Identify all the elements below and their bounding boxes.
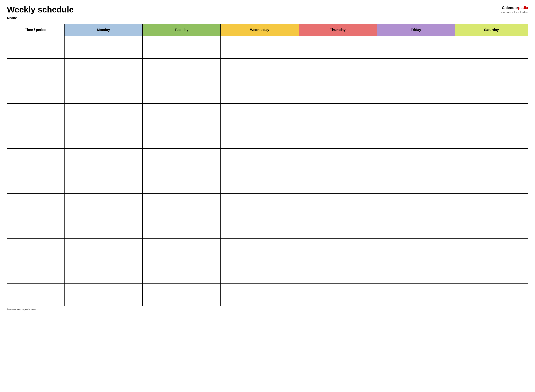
schedule-cell[interactable] <box>299 103 377 126</box>
time-cell[interactable] <box>7 238 64 261</box>
schedule-cell[interactable] <box>143 58 221 81</box>
time-cell[interactable] <box>7 261 64 283</box>
schedule-cell[interactable] <box>64 193 143 216</box>
header-tuesday: Tuesday <box>143 24 221 36</box>
schedule-cell[interactable] <box>64 126 143 149</box>
schedule-cell[interactable] <box>64 283 143 306</box>
logo-section: Calendarpedia Your source for calendars <box>501 5 528 14</box>
schedule-cell[interactable] <box>221 103 299 126</box>
schedule-cell[interactable] <box>455 149 528 171</box>
schedule-cell[interactable] <box>377 58 455 81</box>
time-cell[interactable] <box>7 126 64 149</box>
time-cell[interactable] <box>7 103 64 126</box>
schedule-cell[interactable] <box>143 149 221 171</box>
schedule-cell[interactable] <box>299 126 377 149</box>
page-title: Weekly schedule <box>7 5 74 14</box>
schedule-cell[interactable] <box>64 58 143 81</box>
schedule-cell[interactable] <box>455 193 528 216</box>
schedule-cell[interactable] <box>64 216 143 238</box>
header-wednesday: Wednesday <box>221 24 299 36</box>
schedule-cell[interactable] <box>221 126 299 149</box>
schedule-cell[interactable] <box>455 36 528 58</box>
schedule-cell[interactable] <box>143 171 221 193</box>
schedule-body <box>7 36 528 306</box>
schedule-cell[interactable] <box>377 126 455 149</box>
schedule-cell[interactable] <box>64 149 143 171</box>
time-cell[interactable] <box>7 216 64 238</box>
schedule-cell[interactable] <box>455 126 528 149</box>
schedule-cell[interactable] <box>64 261 143 283</box>
schedule-cell[interactable] <box>221 58 299 81</box>
schedule-cell[interactable] <box>221 81 299 103</box>
logo-text: Calendarpedia <box>501 5 528 10</box>
schedule-cell[interactable] <box>455 171 528 193</box>
schedule-cell[interactable] <box>143 216 221 238</box>
table-row <box>7 81 528 103</box>
time-cell[interactable] <box>7 193 64 216</box>
schedule-cell[interactable] <box>455 261 528 283</box>
schedule-cell[interactable] <box>377 149 455 171</box>
schedule-cell[interactable] <box>221 283 299 306</box>
schedule-cell[interactable] <box>64 81 143 103</box>
table-row <box>7 193 528 216</box>
schedule-cell[interactable] <box>143 81 221 103</box>
schedule-cell[interactable] <box>64 36 143 58</box>
footer-url: © www.calendarpedia.com <box>7 308 36 311</box>
table-header-row: Time / period Monday Tuesday Wednesday T… <box>7 24 528 36</box>
schedule-cell[interactable] <box>377 36 455 58</box>
schedule-cell[interactable] <box>299 36 377 58</box>
table-row <box>7 58 528 81</box>
schedule-cell[interactable] <box>377 171 455 193</box>
time-cell[interactable] <box>7 36 64 58</box>
schedule-cell[interactable] <box>299 283 377 306</box>
schedule-cell[interactable] <box>221 238 299 261</box>
time-cell[interactable] <box>7 283 64 306</box>
schedule-cell[interactable] <box>377 103 455 126</box>
time-cell[interactable] <box>7 171 64 193</box>
schedule-cell[interactable] <box>143 193 221 216</box>
schedule-cell[interactable] <box>64 171 143 193</box>
schedule-cell[interactable] <box>143 238 221 261</box>
schedule-cell[interactable] <box>299 149 377 171</box>
time-cell[interactable] <box>7 149 64 171</box>
schedule-cell[interactable] <box>64 238 143 261</box>
schedule-cell[interactable] <box>143 261 221 283</box>
schedule-cell[interactable] <box>455 81 528 103</box>
schedule-cell[interactable] <box>377 193 455 216</box>
schedule-cell[interactable] <box>221 149 299 171</box>
schedule-cell[interactable] <box>221 261 299 283</box>
schedule-cell[interactable] <box>377 283 455 306</box>
schedule-cell[interactable] <box>377 261 455 283</box>
schedule-cell[interactable] <box>455 103 528 126</box>
table-row <box>7 238 528 261</box>
schedule-cell[interactable] <box>143 103 221 126</box>
schedule-cell[interactable] <box>221 171 299 193</box>
schedule-cell[interactable] <box>299 261 377 283</box>
schedule-cell[interactable] <box>299 238 377 261</box>
schedule-cell[interactable] <box>455 58 528 81</box>
schedule-table: Time / period Monday Tuesday Wednesday T… <box>7 24 528 306</box>
schedule-cell[interactable] <box>143 36 221 58</box>
schedule-cell[interactable] <box>299 193 377 216</box>
schedule-cell[interactable] <box>299 81 377 103</box>
schedule-cell[interactable] <box>143 283 221 306</box>
schedule-cell[interactable] <box>299 58 377 81</box>
table-row <box>7 103 528 126</box>
schedule-cell[interactable] <box>455 283 528 306</box>
schedule-cell[interactable] <box>143 126 221 149</box>
schedule-cell[interactable] <box>377 81 455 103</box>
schedule-cell[interactable] <box>64 103 143 126</box>
logo-pedia: pedia <box>518 5 528 10</box>
schedule-cell[interactable] <box>377 238 455 261</box>
table-row <box>7 126 528 149</box>
time-cell[interactable] <box>7 58 64 81</box>
schedule-cell[interactable] <box>221 216 299 238</box>
schedule-cell[interactable] <box>299 216 377 238</box>
schedule-cell[interactable] <box>221 193 299 216</box>
time-cell[interactable] <box>7 81 64 103</box>
schedule-cell[interactable] <box>299 171 377 193</box>
schedule-cell[interactable] <box>221 36 299 58</box>
schedule-cell[interactable] <box>455 216 528 238</box>
schedule-cell[interactable] <box>377 216 455 238</box>
schedule-cell[interactable] <box>455 238 528 261</box>
